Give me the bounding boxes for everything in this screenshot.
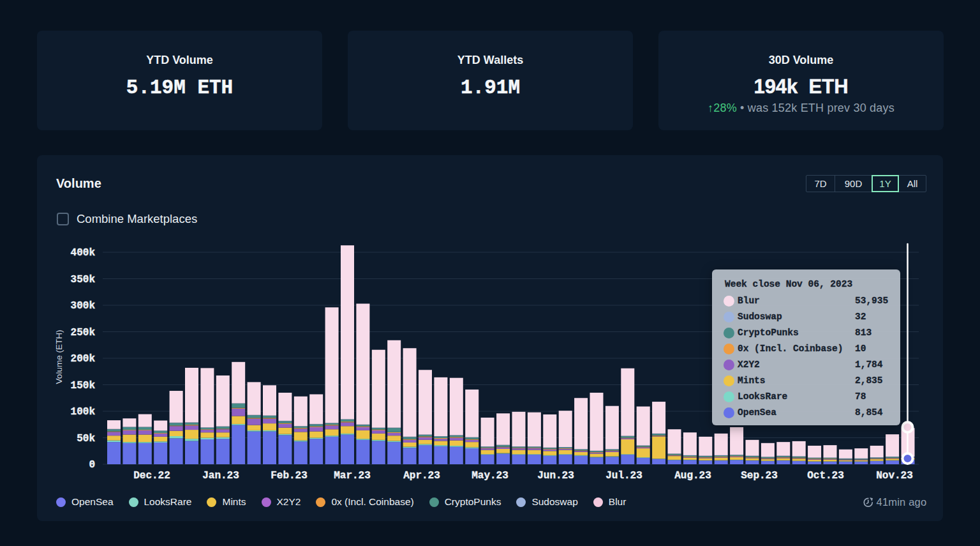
svg-text:200k: 200k xyxy=(71,353,96,365)
svg-text:100k: 100k xyxy=(71,406,96,418)
svg-text:Jun.23: Jun.23 xyxy=(537,470,574,482)
svg-text:Apr.23: Apr.23 xyxy=(403,470,440,482)
svg-text:250k: 250k xyxy=(71,327,96,338)
svg-text:Oct.23: Oct.23 xyxy=(807,470,844,482)
svg-text:Feb.23: Feb.23 xyxy=(271,470,308,482)
svg-text:Mar.23: Mar.23 xyxy=(334,470,371,482)
svg-text:400k: 400k xyxy=(71,247,96,259)
svg-text:Jul.23: Jul.23 xyxy=(605,470,642,482)
svg-text:Jan.23: Jan.23 xyxy=(202,470,239,482)
svg-text:150k: 150k xyxy=(71,380,96,391)
svg-text:0: 0 xyxy=(89,459,95,471)
svg-text:350k: 350k xyxy=(71,274,96,285)
svg-text:50k: 50k xyxy=(77,433,95,444)
svg-text:300k: 300k xyxy=(71,300,96,312)
svg-text:Volume (ETH): Volume (ETH) xyxy=(54,330,64,384)
svg-text:May.23: May.23 xyxy=(471,470,509,482)
svg-text:Sep.23: Sep.23 xyxy=(741,470,778,482)
svg-text:Nov.23: Nov.23 xyxy=(876,470,913,482)
svg-text:Aug.23: Aug.23 xyxy=(674,470,711,482)
svg-text:Dec.22: Dec.22 xyxy=(133,470,170,482)
